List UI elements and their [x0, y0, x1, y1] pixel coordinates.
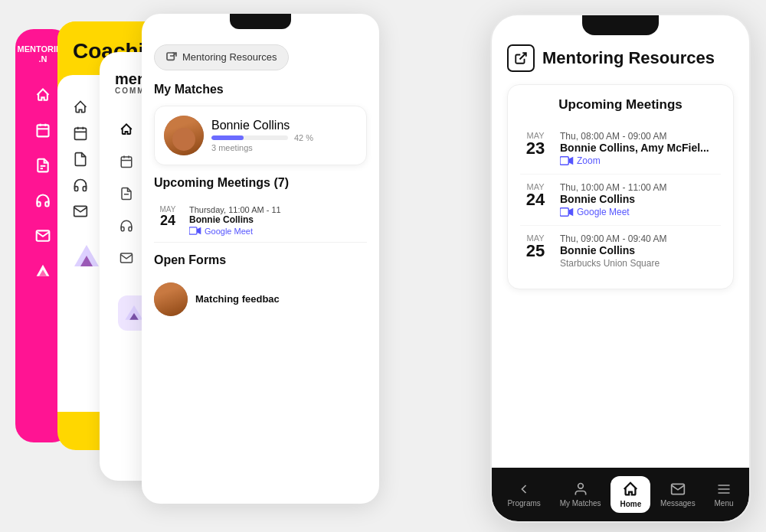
nav-tab-menu[interactable]: Menu: [705, 477, 743, 512]
person-name: Bonnie Collins: [211, 119, 357, 132]
middle-content: Mentoring Resources My Matches Bonnie Co…: [142, 35, 379, 504]
svg-line-26: [520, 53, 526, 59]
mentoring-resources-btn[interactable]: Mentoring Resources: [154, 44, 289, 70]
meeting-link-1[interactable]: Google Meet: [189, 227, 281, 236]
middle-card: Mentoring Resources My Matches Bonnie Co…: [142, 14, 379, 504]
pink-mail-icon: [32, 225, 54, 246]
match-card[interactable]: Bonnie Collins 42 % 3 meetings: [154, 106, 367, 165]
match-person: Bonnie Collins 42 % 3 meetings: [164, 116, 357, 155]
nav-tab-programs[interactable]: Programs: [498, 477, 549, 512]
phone-card: Mentoring Resources Upcoming Meetings Ma…: [490, 14, 751, 523]
upcoming-meetings-title: Upcoming Meetings (7): [154, 176, 367, 190]
forms-icon: [118, 185, 135, 202]
phone-detail-3: Thu, 09:00 AM - 09:40 AM Bonnie Collins …: [560, 233, 666, 269]
phone-bottom-nav: Programs My Matches Home Messages Menu: [492, 468, 749, 521]
phone-mr-title: Mentoring Resources: [542, 48, 715, 68]
phone-gmeet-link[interactable]: Google Meet: [560, 207, 666, 217]
my-matches-title: My Matches: [154, 83, 367, 96]
phone-zoom-link[interactable]: Zoom: [560, 155, 709, 166]
phone-notch: [582, 15, 659, 35]
open-forms-title: Open Forms: [154, 253, 367, 267]
pink-document-icon: [32, 155, 54, 176]
phone-meeting-row-1[interactable]: May 23 Thu, 08:00 AM - 09:00 AM Bonnie C…: [520, 123, 721, 175]
person-avatar: [164, 116, 204, 155]
svg-marker-25: [197, 227, 201, 234]
scene: MENTORING .N Coaching .Pl: [15, 14, 751, 519]
messages-icon: [118, 250, 135, 266]
nav-tab-matches[interactable]: My Matches: [551, 477, 611, 512]
svg-rect-0: [38, 125, 49, 136]
home-icon: [118, 121, 135, 138]
middle-notch: [230, 14, 291, 29]
phone-mr-header: Mentoring Resources: [507, 44, 734, 72]
phone-date-3: May 25: [520, 233, 551, 259]
match-person-info: Bonnie Collins 42 % 3 meetings: [211, 119, 357, 152]
progress-fill: [211, 135, 244, 140]
svg-rect-14: [121, 157, 132, 168]
phone-external-icon: [507, 44, 535, 72]
progress-pct: 42 %: [294, 133, 313, 142]
phone-detail-2: Thu, 10:00 AM - 11:00 AM Bonnie Collins …: [560, 182, 666, 217]
meetings-count: 3 meetings: [211, 143, 357, 152]
svg-marker-30: [568, 207, 573, 216]
pink-headphones-icon: [32, 190, 54, 211]
open-forms-section: Open Forms Matching feedbac: [154, 253, 367, 322]
meeting-date-1: May 24: [154, 205, 182, 229]
svg-rect-24: [189, 227, 197, 234]
phone-meetings-card: Upcoming Meetings May 23 Thu, 08:00 AM -…: [507, 84, 734, 289]
phone-upcoming-title: Upcoming Meetings: [520, 97, 721, 113]
phone-meeting-row-3[interactable]: May 25 Thu, 09:00 AM - 09:40 AM Bonnie C…: [520, 226, 721, 276]
meeting-info-1: Thursday, 11:00 AM - 11 Bonnie Collins G…: [189, 205, 281, 236]
form-avatar: [154, 282, 188, 316]
form-item-1[interactable]: Matching feedbac: [154, 276, 367, 322]
phone-content: Mentoring Resources Upcoming Meetings Ma…: [492, 38, 749, 468]
progress-bar: [211, 135, 288, 140]
mentees-icon: [118, 153, 135, 170]
svg-rect-27: [560, 156, 568, 165]
phone-meeting-row-2[interactable]: May 24 Thu, 10:00 AM - 11:00 AM Bonnie C…: [520, 175, 721, 226]
pink-home-icon: [32, 84, 54, 106]
phone-date-2: May 24: [520, 182, 551, 208]
pink-calendar-icon: [32, 119, 54, 141]
phone-location: Starbucks Union Square: [560, 258, 666, 269]
form-name: Matching feedbac: [195, 293, 280, 305]
upcoming-meetings-section: Upcoming Meetings (7) May 24 Thursday, 1…: [154, 176, 367, 243]
svg-point-31: [578, 483, 583, 488]
svg-rect-29: [560, 207, 568, 216]
meeting-row-1[interactable]: May 24 Thursday, 11:00 AM - 11 Bonnie Co…: [154, 199, 367, 243]
nav-tab-messages[interactable]: Messages: [651, 477, 705, 512]
pink-mountain-icon: [32, 260, 54, 282]
phone-date-1: May 23: [520, 131, 551, 157]
phone-detail-1: Thu, 08:00 AM - 09:00 AM Bonnie Collins,…: [560, 131, 709, 166]
svg-rect-8: [75, 129, 87, 140]
nav-tab-home[interactable]: Home: [611, 476, 650, 513]
svg-marker-28: [568, 156, 573, 165]
support-icon: [118, 217, 135, 234]
